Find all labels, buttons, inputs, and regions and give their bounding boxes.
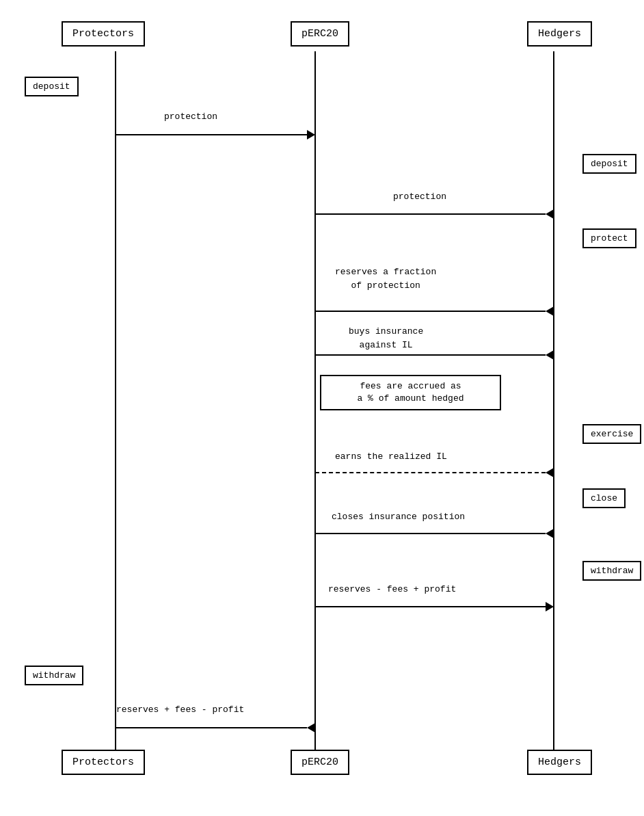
label-hedger-to-perc-protection: protection bbox=[393, 192, 446, 202]
label-reserves-fraction: reserves a fractionof protection bbox=[335, 265, 436, 292]
actor-hedgers-bottom: Hedgers bbox=[527, 750, 592, 775]
note-fees-accrued: fees are accrued asa % of amount hedged bbox=[320, 375, 501, 410]
actor-hedgers-top: Hedgers bbox=[527, 21, 592, 47]
action-hedgers-deposit: deposit bbox=[582, 154, 636, 174]
label-reserves-fees-minus: reserves + fees - profit bbox=[116, 705, 244, 715]
actor-perc20-top: pERC20 bbox=[291, 21, 349, 47]
arrow-earns-il bbox=[315, 468, 554, 477]
label-reserves-fees-profit: reserves - fees + profit bbox=[328, 584, 456, 594]
lifeline-perc20 bbox=[314, 51, 316, 750]
actor-protectors-top: Protectors bbox=[62, 21, 145, 47]
actor-protectors-bottom: Protectors bbox=[62, 750, 145, 775]
label-earns-il: earns the realized IL bbox=[335, 451, 447, 462]
action-hedgers-protect: protect bbox=[582, 228, 636, 248]
lifeline-hedgers bbox=[553, 51, 554, 750]
action-hedgers-withdraw: withdraw bbox=[582, 561, 641, 581]
actor-perc20-bottom: pERC20 bbox=[291, 750, 349, 775]
arrow-reserves-fraction bbox=[315, 306, 554, 316]
arrow-buys-insurance bbox=[315, 350, 554, 360]
arrow-reserves-fees-minus bbox=[116, 723, 315, 733]
sequence-diagram: Protectors pERC20 Hedgers Protectors pER… bbox=[0, 0, 644, 816]
action-hedgers-close: close bbox=[582, 488, 626, 508]
action-protectors-withdraw: withdraw bbox=[25, 666, 83, 685]
arrow-closes-insurance bbox=[315, 529, 554, 538]
action-protectors-deposit: deposit bbox=[25, 77, 79, 96]
label-buys-insurance: buys insuranceagainst IL bbox=[349, 325, 423, 352]
arrow-reserves-fees-profit bbox=[315, 602, 554, 611]
arrow-prot-to-perc-protection bbox=[116, 130, 315, 140]
arrow-hedger-to-perc-protection bbox=[315, 209, 554, 219]
action-hedgers-exercise: exercise bbox=[582, 424, 641, 444]
label-prot-to-perc-protection: protection bbox=[164, 111, 217, 122]
lifeline-protectors bbox=[115, 51, 116, 750]
label-closes-insurance: closes insurance position bbox=[332, 512, 465, 522]
